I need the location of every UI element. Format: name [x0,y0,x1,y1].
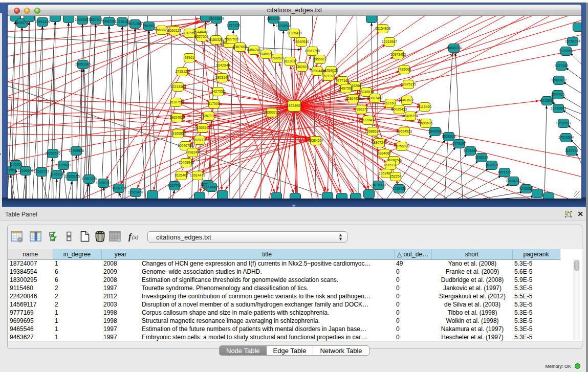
svg-text:1145001: 1145001 [9,163,23,166]
svg-text:20206576: 20206576 [45,151,60,155]
svg-text:9227343: 9227343 [555,64,569,68]
svg-text:9146821: 9146821 [259,52,273,56]
svg-text:9657791: 9657791 [168,184,182,187]
svg-text:19384554: 19384554 [308,139,323,142]
svg-text:11325419: 11325419 [287,31,302,35]
svg-text:15716485: 15716485 [204,185,219,189]
svg-text:10046788: 10046788 [178,144,193,147]
svg-text:1621072: 1621072 [322,74,336,78]
svg-text:8990448: 8990448 [311,69,324,73]
svg-text:10975867: 10975867 [56,163,71,167]
svg-text:9527509: 9527509 [195,35,209,38]
svg-text:1362615: 1362615 [295,65,309,69]
svg-text:12213363: 12213363 [170,85,186,89]
svg-text:7663822: 7663822 [155,28,169,32]
svg-text:8215958: 8215958 [540,99,554,102]
svg-text:3822037: 3822037 [284,59,297,63]
svg-text:9242848: 9242848 [216,63,230,67]
svg-text:17359936: 17359936 [69,149,84,152]
svg-text:62160: 62160 [386,101,396,105]
svg-text:18807249: 18807249 [372,141,387,144]
svg-text:17010504: 17010504 [558,136,574,139]
svg-text:9527505: 9527505 [225,37,239,41]
svg-text:8813054: 8813054 [267,17,281,20]
svg-text:16154808: 16154808 [375,27,390,30]
svg-text:19654925: 19654925 [169,116,185,119]
svg-text:1527602: 1527602 [89,18,103,21]
svg-text:2718126: 2718126 [176,70,189,73]
svg-text:15720407: 15720407 [360,118,376,122]
svg-text:15751074: 15751074 [565,39,580,43]
svg-text:16210643: 16210643 [551,106,566,110]
svg-text:5878332: 5878332 [193,138,207,142]
svg-text:10719155: 10719155 [115,20,130,24]
svg-text:1640954: 1640954 [428,129,442,133]
svg-text:9115460: 9115460 [418,105,431,108]
svg-text:1615132: 1615132 [384,163,398,167]
svg-text:2935114: 2935114 [475,156,488,159]
svg-text:12156869: 12156869 [18,169,33,172]
svg-text:20364436: 20364436 [345,97,361,100]
svg-text:7986372: 7986372 [355,107,368,111]
svg-text:18245514: 18245514 [359,90,374,94]
svg-text:9463627: 9463627 [400,98,414,102]
svg-text:1610755: 1610755 [169,100,183,104]
svg-text:9777169: 9777169 [336,79,350,82]
svg-text:10958157: 10958157 [96,181,111,185]
svg-text:20691406: 20691406 [35,20,50,24]
svg-text:7485003: 7485003 [398,68,411,71]
svg-text:12942737: 12942737 [34,170,49,173]
svg-text:11353593: 11353593 [195,126,210,129]
svg-text:10688639: 10688639 [365,129,380,133]
svg-text:18300295: 18300295 [264,111,279,114]
svg-text:12093872: 12093872 [551,78,567,82]
svg-text:13692991: 13692991 [556,121,571,125]
svg-text:4998242: 4998242 [186,150,200,154]
svg-text:417006: 417006 [208,102,220,105]
svg-text:12923468: 12923468 [128,190,143,194]
svg-text:15756928: 15756928 [394,144,409,148]
svg-text:2803144: 2803144 [215,76,229,79]
svg-text:6479197: 6479197 [452,142,466,145]
svg-text:9129966: 9129966 [559,49,573,53]
svg-text:6497568: 6497568 [339,86,353,90]
svg-text:(x): (x) [132,234,139,240]
svg-text:1244415: 1244415 [551,93,565,96]
svg-text:7632621: 7632621 [485,163,499,167]
svg-text:10654112: 10654112 [506,179,521,183]
svg-text:18640910: 18640910 [294,40,309,43]
svg-text:16648784: 16648784 [446,46,462,50]
svg-text:10653267: 10653267 [75,18,90,21]
svg-text:9384067: 9384067 [378,151,391,155]
svg-text:7625402: 7625402 [175,173,188,177]
svg-text:8186328: 8186328 [209,38,223,41]
svg-text:1588520: 1588520 [271,56,285,60]
svg-text:19654923: 19654923 [397,129,412,133]
svg-text:16033809: 16033809 [209,17,224,20]
svg-text:18724007: 18724007 [287,104,302,107]
svg-text:98961: 98961 [185,56,194,59]
svg-text:252254: 252254 [390,174,402,178]
svg-text:10782759: 10782759 [111,186,126,190]
svg-text:8660128: 8660128 [168,29,182,32]
svg-text:9474444: 9474444 [464,149,477,152]
svg-text:3267130: 3267130 [202,114,216,118]
svg-text:19166852: 19166852 [170,132,186,135]
svg-text:1733426: 1733426 [393,187,406,190]
svg-text:9427552: 9427552 [211,90,225,93]
svg-text:16961758: 16961758 [304,49,320,53]
svg-text:19495794: 19495794 [403,114,418,118]
svg-text:10914479: 10914479 [190,173,205,177]
svg-text:1167534: 1167534 [565,149,578,152]
svg-text:9699695: 9699695 [419,121,433,125]
svg-text:15409948: 15409948 [179,161,194,164]
svg-text:12905195: 12905195 [64,174,80,178]
svg-text:12213967: 12213967 [382,40,397,43]
svg-text:14136141: 14136141 [371,183,386,187]
svg-text:8454749: 8454749 [247,48,261,52]
svg-text:12975115: 12975115 [401,82,416,86]
svg-text:19218506: 19218506 [276,24,291,28]
svg-text:20053346: 20053346 [75,62,91,66]
svg-text:10973493: 10973493 [390,53,406,56]
svg-text:10025433: 10025433 [391,107,407,111]
